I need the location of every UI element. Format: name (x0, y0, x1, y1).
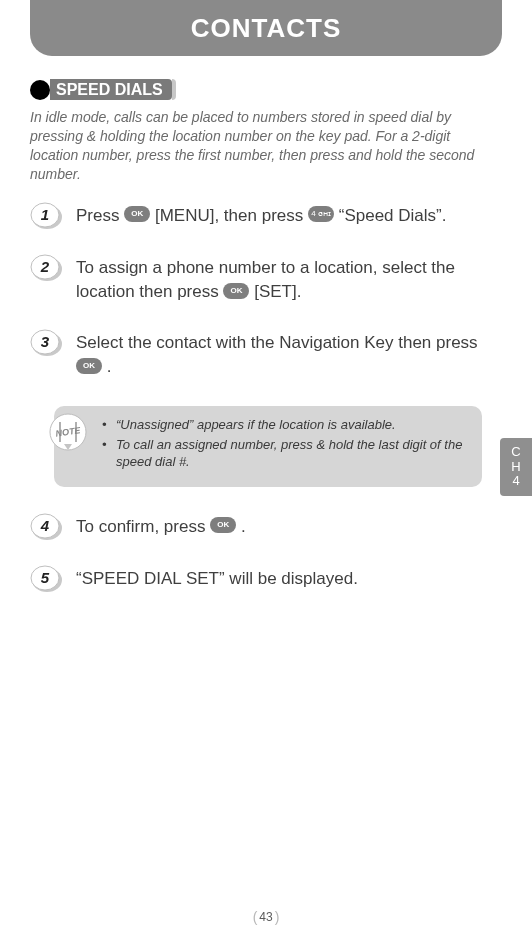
step-5: 5 “SPEED DIAL SET” will be displayed. (30, 567, 502, 593)
page-arc-left-icon: ( (253, 909, 258, 925)
step-2-text: To assign a phone number to a location, … (76, 256, 502, 305)
step-3-pre: Select the contact with the Navigation K… (76, 333, 478, 352)
ok-button-icon: OK (210, 517, 236, 533)
note-list: “Unassigned” appears if the location is … (102, 416, 468, 471)
page-arc-right-icon: ) (275, 909, 280, 925)
step-1-pre: Press (76, 206, 124, 225)
content-area: SPEED DIALS In idle mode, calls can be p… (0, 56, 532, 593)
step-4-post: . (241, 517, 246, 536)
step-3: 3 Select the contact with the Navigation… (30, 331, 502, 380)
page-footer: ( 43 ) (0, 909, 532, 925)
step-2-post: [SET]. (254, 282, 301, 301)
chapter-tab-num: 4 (512, 474, 519, 489)
svg-text:4: 4 (40, 517, 50, 534)
step-4: 4 To confirm, press OK . (30, 515, 502, 541)
header-bar: CONTACTS (30, 0, 502, 56)
chapter-tab-h: H (511, 460, 520, 475)
step-number-icon: 2 (30, 254, 64, 282)
ok-button-icon: OK (223, 283, 249, 299)
svg-text:1: 1 (41, 206, 49, 223)
section-bullet-icon (30, 80, 50, 100)
step-number-icon: 1 (30, 202, 64, 230)
svg-text:5: 5 (41, 569, 50, 586)
step-4-pre: To confirm, press (76, 517, 210, 536)
section-header: SPEED DIALS (30, 80, 502, 100)
step-1-text: Press OK [MENU], then press 4 ɢʜɪ “Speed… (76, 204, 502, 229)
step-3-text: Select the contact with the Navigation K… (76, 331, 502, 380)
step-3-post: . (107, 357, 112, 376)
svg-text:2: 2 (40, 258, 50, 275)
step-number-icon: 3 (30, 329, 64, 357)
intro-text: In idle mode, calls can be placed to num… (30, 108, 502, 184)
step-number-icon: 5 (30, 565, 64, 593)
step-number-icon: 4 (30, 513, 64, 541)
page-title: CONTACTS (191, 13, 342, 44)
note-box: NOTE “Unassigned” appears if the locatio… (54, 406, 482, 487)
svg-text:3: 3 (41, 333, 50, 350)
note-item: To call an assigned number, press & hold… (102, 436, 468, 471)
step-5-text: “SPEED DIAL SET” will be displayed. (76, 567, 502, 592)
note-icon: NOTE (48, 412, 88, 452)
section-label-wrap: SPEED DIALS (50, 81, 172, 99)
page-number-wrap: ( 43 ) (253, 909, 280, 925)
page-number: 43 (259, 910, 272, 924)
ok-button-icon: OK (124, 206, 150, 222)
key-4-icon: 4 ɢʜɪ (308, 206, 334, 222)
step-1: 1 Press OK [MENU], then press 4 ɢʜɪ “Spe… (30, 204, 502, 230)
note-item: “Unassigned” appears if the location is … (102, 416, 468, 434)
step-1-mid: [MENU], then press (155, 206, 308, 225)
ok-button-icon: OK (76, 358, 102, 374)
step-2: 2 To assign a phone number to a location… (30, 256, 502, 305)
section-label: SPEED DIALS (50, 79, 172, 100)
chapter-tab-c: C (511, 445, 520, 460)
chapter-tab: C H 4 (500, 438, 532, 496)
step-4-text: To confirm, press OK . (76, 515, 502, 540)
step-1-post: “Speed Dials”. (339, 206, 447, 225)
